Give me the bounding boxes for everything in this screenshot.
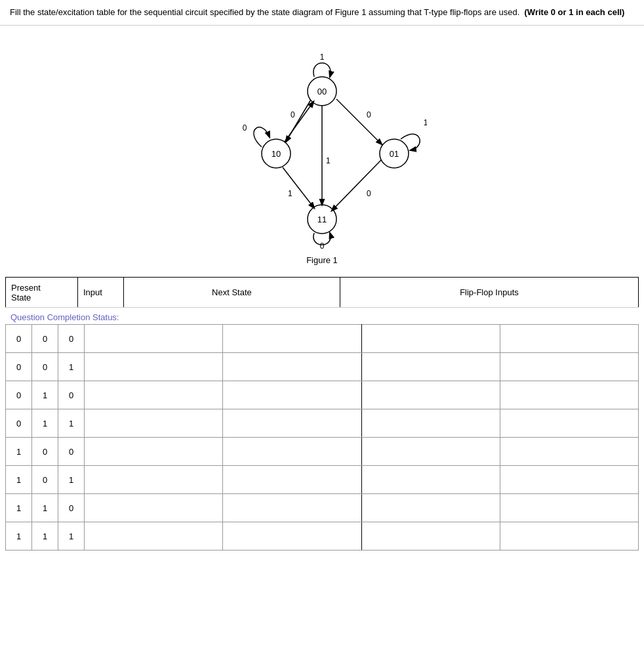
table-section: PresentState Input Next State Flip-Flop …: [0, 277, 644, 551]
ff-input-4-0[interactable]: [362, 438, 500, 465]
ff-subcell-0[interactable]: [362, 438, 500, 465]
ff-subcell-0[interactable]: [362, 325, 500, 352]
ff-subcell-0[interactable]: [362, 409, 500, 437]
next-state-input-5-0[interactable]: [85, 466, 222, 493]
ff-subcell-0[interactable]: [362, 522, 500, 550]
table-row: 001: [6, 353, 639, 381]
next-state-cell: [85, 325, 362, 353]
ff-subcell-1[interactable]: [500, 494, 638, 522]
next-state-cell: [85, 466, 362, 494]
table-row: 000: [6, 325, 639, 353]
svg-text:0: 0: [367, 189, 371, 198]
next-state-input-7-1[interactable]: [223, 522, 361, 550]
ps2-cell: 1: [32, 494, 58, 522]
ff-input-2-1[interactable]: [500, 381, 638, 409]
ff-input-7-0[interactable]: [362, 522, 500, 550]
table-row: 011: [6, 409, 639, 438]
svg-text:1: 1: [424, 118, 427, 127]
next-state-input-4-0[interactable]: [85, 438, 222, 465]
next-state-input-1-0[interactable]: [85, 353, 222, 381]
ff-subcell-0[interactable]: [362, 353, 500, 381]
next-state-subcell-0[interactable]: [85, 466, 223, 493]
next-state-subcell-0[interactable]: [85, 522, 223, 550]
ps2-cell: 1: [32, 409, 58, 438]
ff-subcell-1[interactable]: [500, 409, 638, 437]
input-cell: 1: [58, 466, 85, 494]
next-state-subcell-0[interactable]: [85, 494, 223, 522]
ff-input-6-0[interactable]: [362, 494, 500, 522]
next-state-cell: [85, 494, 362, 522]
ff-input-5-0[interactable]: [362, 466, 500, 493]
next-state-cell: [85, 522, 362, 551]
next-state-subcell-0[interactable]: [85, 325, 223, 352]
ff-input-3-0[interactable]: [362, 409, 500, 437]
ff-subcell-0[interactable]: [362, 466, 500, 493]
flipflop-cell: [361, 353, 639, 381]
ff-input-4-1[interactable]: [500, 438, 638, 465]
ff-input-1-1[interactable]: [500, 353, 638, 381]
next-state-subcell-1[interactable]: [223, 381, 361, 409]
header-next-state: Next State: [124, 278, 340, 307]
ff-input-1-0[interactable]: [362, 353, 500, 381]
next-state-input-0-0[interactable]: [85, 325, 222, 352]
next-state-input-3-0[interactable]: [85, 409, 222, 437]
ff-input-2-0[interactable]: [362, 381, 500, 409]
ff-subcell-1[interactable]: [500, 466, 638, 493]
next-state-subcell-1[interactable]: [223, 325, 361, 352]
table-row: 100: [6, 438, 639, 466]
flipflop-cell: [361, 409, 639, 438]
ps2-cell: 1: [32, 522, 58, 551]
next-state-input-7-0[interactable]: [85, 522, 222, 550]
svg-text:1: 1: [288, 189, 292, 198]
next-state-input-2-1[interactable]: [223, 381, 361, 409]
flipflop-cell: [361, 466, 639, 494]
input-cell: 0: [58, 438, 85, 466]
input-cell: 1: [58, 409, 85, 438]
ff-input-0-0[interactable]: [362, 325, 500, 352]
svg-text:1: 1: [320, 52, 325, 62]
next-state-subcell-1[interactable]: [223, 438, 361, 465]
next-state-input-0-1[interactable]: [223, 325, 361, 352]
svg-text:0: 0: [367, 110, 371, 119]
next-state-subcell-1[interactable]: [223, 409, 361, 437]
next-state-subcell-1[interactable]: [223, 353, 361, 381]
ff-input-0-1[interactable]: [500, 325, 638, 352]
table-row: 110: [6, 494, 639, 522]
ff-subcell-1[interactable]: [500, 438, 638, 465]
table-row: 111: [6, 522, 639, 551]
header-flipflop-inputs: Flip-Flop Inputs: [340, 278, 638, 307]
next-state-subcell-1[interactable]: [223, 494, 361, 522]
ff-input-5-1[interactable]: [500, 466, 638, 493]
next-state-input-5-1[interactable]: [223, 466, 361, 493]
svg-text:0: 0: [243, 123, 247, 133]
ff-subcell-1[interactable]: [500, 522, 638, 550]
next-state-input-4-1[interactable]: [223, 438, 361, 465]
ff-input-7-1[interactable]: [500, 522, 638, 550]
svg-line-17: [283, 167, 314, 208]
next-state-subcell-0[interactable]: [85, 438, 223, 465]
svg-text:01: 01: [390, 149, 399, 159]
next-state-subcell-1[interactable]: [223, 466, 361, 493]
ff-subcell-1[interactable]: [500, 353, 638, 381]
ff-subcell-0[interactable]: [362, 494, 500, 522]
next-state-cell: [85, 381, 362, 409]
ff-subcell-1[interactable]: [500, 381, 638, 409]
ff-input-3-1[interactable]: [500, 409, 638, 437]
flipflop-cell: [361, 494, 639, 522]
next-state-input-3-1[interactable]: [223, 409, 361, 437]
next-state-input-6-1[interactable]: [223, 494, 361, 522]
svg-text:0: 0: [291, 110, 295, 119]
ff-input-6-1[interactable]: [500, 494, 638, 522]
next-state-input-2-0[interactable]: [85, 381, 222, 409]
next-state-subcell-0[interactable]: [85, 381, 223, 409]
next-state-subcell-1[interactable]: [223, 522, 361, 550]
next-state-subcell-0[interactable]: [85, 409, 223, 437]
header-present-state: PresentState: [6, 278, 78, 307]
next-state-input-6-0[interactable]: [85, 494, 222, 522]
next-state-subcell-0[interactable]: [85, 353, 223, 381]
ps1-cell: 1: [6, 494, 32, 522]
ff-subcell-1[interactable]: [500, 325, 638, 352]
ff-subcell-0[interactable]: [362, 381, 500, 409]
next-state-input-1-1[interactable]: [223, 353, 361, 381]
flipflop-cell: [361, 438, 639, 466]
